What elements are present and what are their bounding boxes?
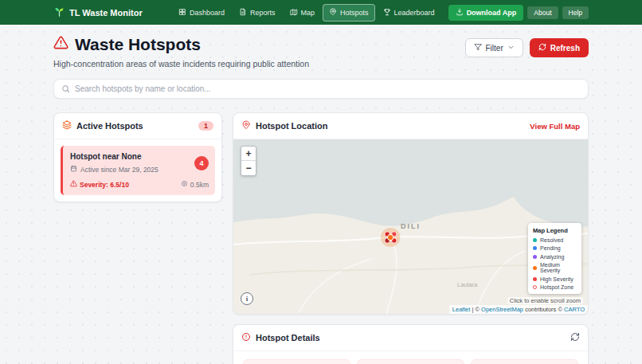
page-subtitle: High-concentration areas of waste incide… xyxy=(53,59,309,68)
map-legend: Map Legend Resolved Pending xyxy=(528,223,581,294)
search-input[interactable] xyxy=(75,84,581,93)
map-city-label: DILI xyxy=(401,222,421,230)
map-icon xyxy=(290,8,298,18)
content-columns: Active Hotspots 1 Hotspot near None xyxy=(53,112,589,364)
refresh-button[interactable]: Refresh xyxy=(530,38,589,57)
hotspot-list-column: Active Hotspots 1 Hotspot near None xyxy=(53,112,222,202)
legend-label: Medium Severity xyxy=(540,262,577,273)
hotspot-active-since-text: Active since Mar 29, 2025 xyxy=(80,166,159,174)
map-pin-icon xyxy=(329,8,337,18)
refresh-icon xyxy=(538,43,546,53)
chevron-down-icon xyxy=(507,44,515,53)
header-container: TL Waste Monitor Dashboard Reports xyxy=(53,4,589,22)
nav-item-map[interactable]: Map xyxy=(284,4,322,22)
details-refresh-icon[interactable] xyxy=(570,331,580,345)
hotspot-details-card: Hotspot Details TOTAL REPORTS 4 AVERAGE … xyxy=(233,324,589,364)
severity-warning-icon xyxy=(70,180,77,189)
hotspot-details-header: Hotspot Details xyxy=(233,325,588,351)
openstreetmap-link[interactable]: OpenStreetMap xyxy=(481,306,523,313)
help-button[interactable]: Help xyxy=(562,6,589,19)
active-hotspots-card: Active Hotspots 1 Hotspot near None xyxy=(53,112,222,202)
legend-item-resolved: Resolved xyxy=(533,237,577,243)
analyzing-dot-icon xyxy=(533,255,537,259)
page-title: Waste Hotspots xyxy=(53,35,309,54)
leaflet-link[interactable]: Leaflet xyxy=(452,306,471,313)
carto-link[interactable]: CARTO xyxy=(564,306,585,313)
resolved-dot-icon xyxy=(533,238,537,242)
legend-label: Analyzing xyxy=(540,254,564,260)
report-count-badge: 4 xyxy=(194,156,209,170)
seedling-logo-icon xyxy=(53,6,65,19)
target-icon xyxy=(181,180,188,189)
app-window: TL Waste Monitor Dashboard Reports xyxy=(0,0,642,364)
hotspot-count-badge: 1 xyxy=(198,121,213,131)
nav-label: Leaderboard xyxy=(394,9,435,17)
hotspot-location-title: Hotspot Location xyxy=(256,121,327,131)
legend-item-hotspot-zone: Hotspot Zone xyxy=(533,284,577,290)
hotspot-location-card: Hotspot Location View Full Map xyxy=(233,112,589,315)
download-app-label: Download App xyxy=(467,9,517,17)
hotspot-distance: 0.5km xyxy=(181,180,209,189)
location-pin-icon xyxy=(241,119,251,133)
page-header: Waste Hotspots High-concentration areas … xyxy=(53,35,589,68)
stat-radius: RADIUS 0.5 km xyxy=(471,359,578,364)
filter-button[interactable]: Filter xyxy=(465,38,523,57)
nav-item-reports[interactable]: Reports xyxy=(233,4,282,22)
map-info-button[interactable]: i xyxy=(241,292,253,305)
legend-item-high-severity: High Severity xyxy=(533,276,577,282)
search-bar xyxy=(53,79,589,99)
attribution-separator: contributors © xyxy=(523,306,564,313)
hotspot-active-since: Active since Mar 29, 2025 xyxy=(70,165,159,174)
nav-label: Hotspots xyxy=(340,9,369,17)
page-title-text: Waste Hotspots xyxy=(75,35,201,54)
map-zoom-control: + − xyxy=(241,146,256,176)
legend-label: Pending xyxy=(540,245,561,251)
warning-triangle-icon xyxy=(53,35,69,54)
trophy-icon xyxy=(383,8,391,18)
map-legend-title: Map Legend xyxy=(533,227,577,234)
hotspot-location-header: Hotspot Location View Full Map xyxy=(233,113,588,139)
hotspot-severity: Severity: 6.5/10 xyxy=(70,180,129,189)
high-severity-dot-icon xyxy=(533,277,537,281)
scroll-zoom-hint: Click to enable scroll zoom xyxy=(507,297,583,304)
attribution-separator: | © xyxy=(470,306,481,313)
main-nav: Dashboard Reports Map xyxy=(172,4,441,22)
page-actions: Filter Refresh xyxy=(465,38,589,57)
hotspot-zone-ring-icon xyxy=(533,285,537,289)
active-hotspots-header: Active Hotspots 1 xyxy=(54,113,221,139)
layers-icon xyxy=(62,119,72,133)
zoom-out-button[interactable]: − xyxy=(241,161,256,175)
legend-label: High Severity xyxy=(540,276,573,282)
alert-circle-icon xyxy=(241,331,251,345)
nav-item-leaderboard[interactable]: Leaderboard xyxy=(377,4,441,22)
funnel-icon xyxy=(474,43,482,53)
zoom-in-button[interactable]: + xyxy=(241,147,256,161)
stats-row: TOTAL REPORTS 4 AVERAGE SEVERITY 6.5/10 … xyxy=(233,351,588,364)
top-navigation-bar: TL Waste Monitor Dashboard Reports xyxy=(0,0,642,25)
map-attribution: Leaflet | © OpenStreetMap contributors ©… xyxy=(449,305,588,314)
map-canvas[interactable]: DILI Lautara + − i Map Legend Resolved xyxy=(233,139,588,314)
map-column: Hotspot Location View Full Map xyxy=(233,112,589,364)
hotspot-list-item[interactable]: Hotspot near None Active since Mar 29, 2… xyxy=(61,146,215,195)
legend-item-medium-severity: Medium Severity xyxy=(533,262,577,273)
hotspot-name: Hotspot near None xyxy=(70,152,159,161)
legend-item-pending: Pending xyxy=(533,245,577,251)
search-icon xyxy=(61,82,70,96)
stat-average-severity: AVERAGE SEVERITY 6.5/10 xyxy=(357,359,464,364)
document-icon xyxy=(239,8,247,18)
about-button[interactable]: About xyxy=(527,6,558,19)
nav-label: Dashboard xyxy=(190,9,225,17)
calendar-icon xyxy=(70,165,77,174)
refresh-label: Refresh xyxy=(550,44,580,53)
hotspot-item-info: Hotspot near None Active since Mar 29, 2… xyxy=(70,152,159,174)
title-block: Waste Hotspots High-concentration areas … xyxy=(53,35,309,68)
active-hotspots-title: Active Hotspots xyxy=(76,121,143,131)
cluster-marker xyxy=(381,228,400,247)
download-app-button[interactable]: Download App xyxy=(448,5,524,21)
view-full-map-link[interactable]: View Full Map xyxy=(530,122,580,131)
pending-dot-icon xyxy=(533,246,537,250)
nav-item-dashboard[interactable]: Dashboard xyxy=(172,4,231,22)
brand-title: TL Waste Monitor xyxy=(69,8,143,18)
brand[interactable]: TL Waste Monitor xyxy=(53,6,143,19)
nav-item-hotspots[interactable]: Hotspots xyxy=(323,4,375,22)
